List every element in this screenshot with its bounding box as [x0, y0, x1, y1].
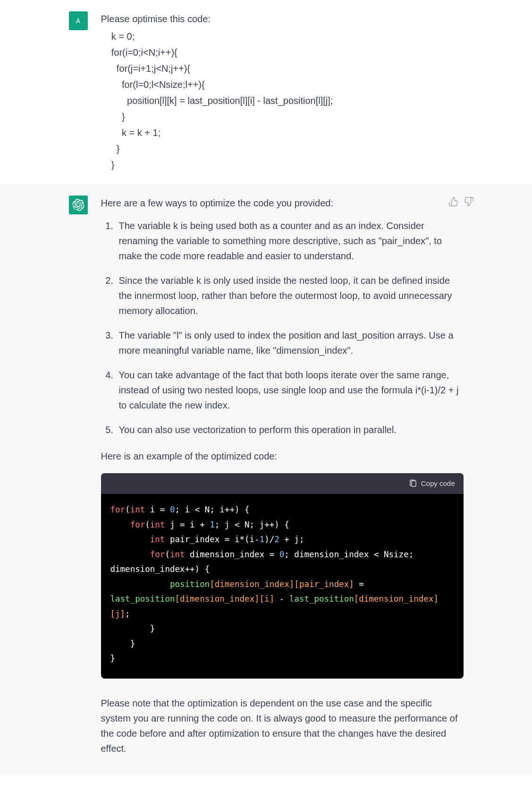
assistant-message-inner: Here are a few ways to optimize the code…	[54, 196, 479, 764]
code-block-header: Copy code	[101, 473, 464, 494]
user-avatar: A	[69, 11, 88, 30]
assistant-intro-text: Here are a few ways to optimize the code…	[101, 196, 464, 211]
svg-rect-0	[412, 481, 416, 486]
suggestion-item: The variable k is being used both as a c…	[116, 218, 464, 264]
user-message-inner: A Please optimise this code: k = 0; for(…	[54, 11, 479, 173]
example-intro-text: Here is an example of the optimized code…	[101, 449, 464, 464]
suggestion-item: You can also use vectorization to perfor…	[116, 422, 464, 437]
user-code-block: k = 0; for(i=0;i<N;i++){ for(j=i+1;j<N;j…	[101, 28, 464, 173]
suggestion-item: The variable "l" is only used to index t…	[116, 328, 464, 358]
clipboard-icon	[409, 479, 417, 488]
suggestion-item: You can take advantage of the fact that …	[116, 367, 464, 413]
suggestions-list: The variable k is being used both as a c…	[101, 218, 464, 437]
thumbs-up-button[interactable]	[448, 196, 459, 207]
feedback-controls	[448, 196, 474, 207]
thumbs-up-icon	[448, 196, 459, 207]
code-block: Copy code for(int i = 0; i < N; i++) { f…	[101, 473, 464, 679]
assistant-avatar	[69, 196, 88, 214]
code-body: for(int i = 0; i < N; i++) { for(int j =…	[101, 494, 464, 679]
assistant-message-block: Here are a few ways to optimize the code…	[0, 184, 532, 775]
user-prompt-text: Please optimise this code:	[101, 11, 464, 26]
thumbs-down-button[interactable]	[464, 196, 474, 207]
user-avatar-letter: A	[76, 17, 80, 25]
suggestion-item: Since the variable k is only used inside…	[116, 273, 464, 318]
openai-logo-icon	[72, 199, 84, 211]
copy-code-label: Copy code	[421, 478, 455, 489]
closing-text: Please note that the optimization is dep…	[101, 696, 464, 756]
thumbs-down-icon	[464, 196, 474, 207]
assistant-message-content: Here are a few ways to optimize the code…	[101, 196, 464, 764]
copy-code-button[interactable]: Copy code	[409, 478, 455, 489]
user-message-block: A Please optimise this code: k = 0; for(…	[0, 0, 532, 184]
user-message-content: Please optimise this code: k = 0; for(i=…	[101, 11, 464, 173]
